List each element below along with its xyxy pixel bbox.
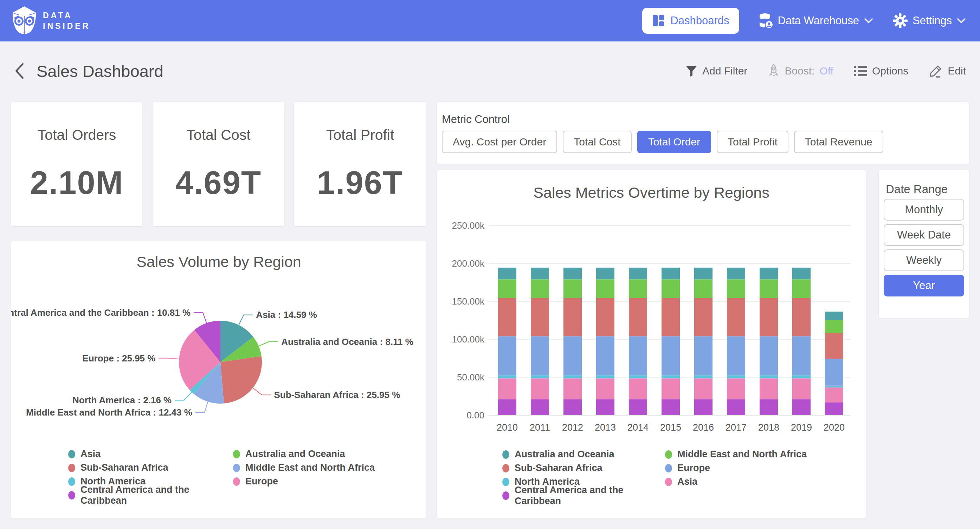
bar-segment[interactable] xyxy=(563,378,582,399)
bar-segment[interactable] xyxy=(825,359,843,386)
bar-segment[interactable] xyxy=(531,378,549,399)
nav-settings[interactable]: Settings xyxy=(893,13,966,28)
bar-segment[interactable] xyxy=(531,399,549,415)
bar-segment[interactable] xyxy=(662,268,680,279)
date-range-button-weekly[interactable]: Weekly xyxy=(884,249,964,271)
nav-dashboards-button[interactable]: Dashboards xyxy=(642,8,739,34)
bar-segment[interactable] xyxy=(629,336,647,375)
bar-segment[interactable] xyxy=(531,268,549,279)
bar-segment[interactable] xyxy=(498,375,516,379)
bar-segment[interactable] xyxy=(563,298,582,336)
bar-segment[interactable] xyxy=(629,378,647,399)
legend-item[interactable]: Asia xyxy=(68,447,233,461)
bar-segment[interactable] xyxy=(662,378,680,399)
legend-item[interactable]: Middle East and North Africa xyxy=(665,448,807,461)
legend-item[interactable]: Sub-Saharan Africa xyxy=(502,461,665,475)
bar-segment[interactable] xyxy=(792,399,811,415)
bar-segment[interactable] xyxy=(563,375,582,379)
metric-button-total-profit[interactable]: Total Profit xyxy=(717,131,788,153)
bar-segment[interactable] xyxy=(596,378,614,399)
stacked-bar-chart[interactable]: 0.0050.00k100.00k150.00k200.00k250.00k20… xyxy=(437,170,866,440)
bar-segment[interactable] xyxy=(825,388,843,402)
legend-item[interactable]: Europe xyxy=(233,475,375,488)
bar-segment[interactable] xyxy=(792,378,811,399)
bar-segment[interactable] xyxy=(596,268,614,279)
metric-button-total-order[interactable]: Total Order xyxy=(637,131,711,153)
legend-item[interactable]: Sub-Saharan Africa xyxy=(68,461,233,475)
bar-segment[interactable] xyxy=(825,402,843,415)
bar-segment[interactable] xyxy=(760,268,778,279)
metric-button-total-revenue[interactable]: Total Revenue xyxy=(794,131,883,153)
bar-segment[interactable] xyxy=(694,298,713,336)
bar-segment[interactable] xyxy=(596,279,614,298)
bar-segment[interactable] xyxy=(563,268,582,279)
legend-item[interactable]: Asia xyxy=(665,475,807,489)
bar-segment[interactable] xyxy=(792,268,811,279)
bar-segment[interactable] xyxy=(727,336,745,375)
pie-chart[interactable]: Asia : 14.59 %Australia and Oceania : 8.… xyxy=(11,241,426,444)
bar-segment[interactable] xyxy=(760,298,778,336)
add-filter-button[interactable]: Add Filter xyxy=(686,65,747,77)
bar-segment[interactable] xyxy=(760,378,778,399)
bar-segment[interactable] xyxy=(662,279,680,298)
nav-data-warehouse[interactable]: Data Warehouse xyxy=(759,13,873,29)
bar-segment[interactable] xyxy=(531,279,549,298)
metric-button-avg-cost-per-order[interactable]: Avg. Cost per Order xyxy=(442,131,557,153)
bar-segment[interactable] xyxy=(629,375,647,379)
bar-segment[interactable] xyxy=(694,336,713,375)
pie-slice[interactable] xyxy=(220,356,262,404)
bar-segment[interactable] xyxy=(825,386,843,388)
bar-segment[interactable] xyxy=(792,279,811,298)
bar-segment[interactable] xyxy=(662,399,680,415)
bar-segment[interactable] xyxy=(563,336,582,375)
bar-segment[interactable] xyxy=(596,399,614,415)
bar-segment[interactable] xyxy=(760,279,778,298)
bar-segment[interactable] xyxy=(531,375,549,379)
legend-item[interactable]: Australia and Oceania xyxy=(233,447,375,461)
bar-segment[interactable] xyxy=(662,298,680,336)
bar-segment[interactable] xyxy=(694,375,713,379)
bar-segment[interactable] xyxy=(498,399,516,415)
bar-segment[interactable] xyxy=(694,268,713,279)
bar-segment[interactable] xyxy=(629,298,647,336)
bar-segment[interactable] xyxy=(563,279,582,298)
legend-item[interactable]: Central America and the Caribbean xyxy=(68,488,233,502)
bar-segment[interactable] xyxy=(498,279,516,298)
back-button[interactable] xyxy=(11,62,28,80)
edit-button[interactable]: Edit xyxy=(929,64,966,78)
bar-segment[interactable] xyxy=(760,336,778,375)
bar-segment[interactable] xyxy=(727,279,745,298)
bar-segment[interactable] xyxy=(662,336,680,375)
bar-segment[interactable] xyxy=(727,375,745,379)
bar-segment[interactable] xyxy=(760,375,778,379)
legend-item[interactable]: Australia and Oceania xyxy=(502,448,665,461)
date-range-button-monthly[interactable]: Monthly xyxy=(884,199,964,221)
bar-segment[interactable] xyxy=(596,375,614,379)
legend-item[interactable]: Central America and the Caribbean xyxy=(502,489,665,502)
bar-segment[interactable] xyxy=(629,268,647,279)
bar-segment[interactable] xyxy=(825,334,843,359)
metric-button-total-cost[interactable]: Total Cost xyxy=(563,131,631,153)
bar-segment[interactable] xyxy=(498,378,516,399)
bar-segment[interactable] xyxy=(531,298,549,336)
bar-segment[interactable] xyxy=(727,268,745,279)
legend-item[interactable]: Europe xyxy=(665,461,807,475)
legend-item[interactable]: Middle East and North Africa xyxy=(233,461,375,475)
bar-segment[interactable] xyxy=(825,311,843,320)
bar-segment[interactable] xyxy=(792,375,811,379)
bar-segment[interactable] xyxy=(694,378,713,399)
date-range-button-week-date[interactable]: Week Date xyxy=(884,224,964,246)
bar-segment[interactable] xyxy=(498,268,516,279)
bar-segment[interactable] xyxy=(498,336,516,375)
bar-segment[interactable] xyxy=(596,298,614,336)
bar-segment[interactable] xyxy=(629,279,647,298)
options-button[interactable]: Options xyxy=(854,65,908,77)
bar-segment[interactable] xyxy=(629,399,647,415)
bar-segment[interactable] xyxy=(662,375,680,379)
bar-segment[interactable] xyxy=(727,378,745,399)
date-range-button-year[interactable]: Year xyxy=(884,275,964,297)
bar-segment[interactable] xyxy=(694,399,713,415)
bar-segment[interactable] xyxy=(792,336,811,375)
bar-segment[interactable] xyxy=(498,298,516,336)
bar-segment[interactable] xyxy=(727,399,745,415)
